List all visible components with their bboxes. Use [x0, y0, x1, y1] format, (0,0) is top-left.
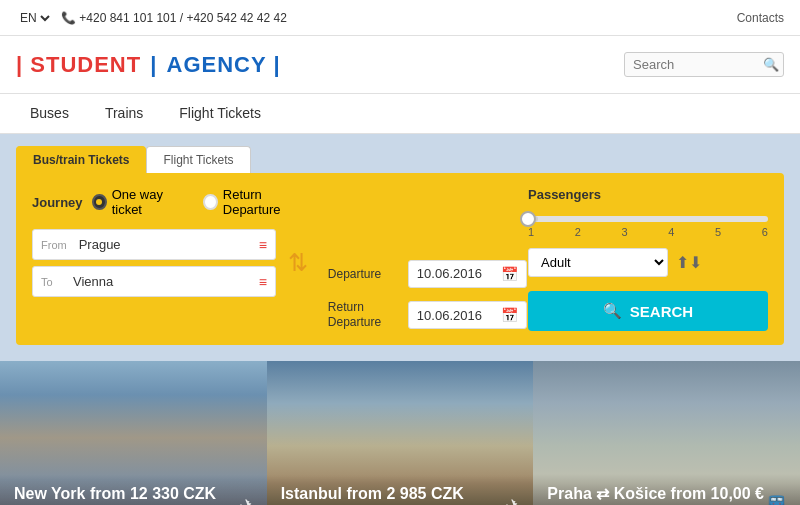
- card-praha[interactable]: Praha ⇄ Košice from 10,00 € Enjoy comfor…: [533, 361, 800, 505]
- radio-one-way[interactable]: One way ticket: [92, 187, 187, 217]
- journey-row: Journey One way ticket Return Departure: [32, 187, 312, 217]
- from-input[interactable]: [75, 230, 251, 259]
- search-btn-label: SEARCH: [630, 303, 693, 320]
- swap-icon[interactable]: ⇅: [288, 249, 308, 277]
- header-search-input[interactable]: [633, 57, 763, 72]
- radio-return-label: Return Departure: [223, 187, 312, 217]
- to-prefix: To: [33, 276, 69, 288]
- passenger-type-arrows: ⬆⬇: [676, 253, 702, 272]
- passenger-slider-track: [528, 216, 768, 222]
- header-search-box: 🔍: [624, 52, 784, 77]
- departure-date-input[interactable]: [417, 266, 495, 281]
- departure-date-wrap: 📅: [408, 260, 527, 288]
- nav-buses[interactable]: Buses: [16, 97, 83, 131]
- card-praha-title: Praha ⇄ Košice from 10,00 €: [547, 484, 786, 503]
- language-selector[interactable]: EN CZ SK: [16, 10, 53, 26]
- card-istanbul-overlay: Istanbul from 2 985 CZK Return ticket, i…: [267, 475, 534, 505]
- slider-label-2: 2: [575, 226, 581, 238]
- passenger-type-row: Adult Child Student Senior ⬆⬇: [528, 248, 768, 277]
- radio-one-way-label: One way ticket: [112, 187, 188, 217]
- from-to-fields: From ≡ To ≡: [32, 229, 276, 297]
- phone-number: 📞 +420 841 101 101 / +420 542 42 42 42: [61, 11, 287, 25]
- passenger-slider-thumb[interactable]: [520, 211, 536, 227]
- logo-agency: AGENCY |: [167, 52, 281, 77]
- top-bar-right: Contacts: [737, 11, 784, 25]
- radio-return-circle: [203, 194, 218, 210]
- card-ny-icon: ✈: [239, 495, 257, 505]
- return-calendar-icon[interactable]: 📅: [501, 307, 518, 323]
- main-area: Bus/train Tickets Flight Tickets Journey…: [0, 134, 800, 361]
- slider-label-6: 6: [762, 226, 768, 238]
- form-left: Journey One way ticket Return Departure …: [32, 187, 312, 331]
- from-prefix: From: [33, 239, 75, 251]
- logo: | STUDENT | AGENCY |: [16, 52, 281, 78]
- passengers-area: Passengers 1 2 3 4 5 6 Adult Chi: [528, 187, 768, 331]
- logo-student: | STUDENT: [16, 52, 141, 77]
- radio-group: One way ticket Return Departure: [92, 187, 312, 217]
- slider-label-5: 5: [715, 226, 721, 238]
- departure-row: Departure 📅: [328, 260, 512, 288]
- card-new-york[interactable]: New York from 12 330 CZK Return ticket, …: [0, 361, 267, 505]
- return-date-input[interactable]: [417, 308, 495, 323]
- tabs: Bus/train Tickets Flight Tickets: [16, 146, 784, 173]
- tab-bus-train[interactable]: Bus/train Tickets: [16, 146, 146, 173]
- departure-label: Departure: [328, 267, 400, 281]
- card-ny-title: New York from 12 330 CZK: [14, 485, 253, 503]
- to-input[interactable]: [69, 267, 251, 296]
- slider-label-3: 3: [622, 226, 628, 238]
- card-istanbul[interactable]: Istanbul from 2 985 CZK Return ticket, i…: [267, 361, 534, 505]
- nav-trains[interactable]: Trains: [91, 97, 157, 131]
- to-menu-icon[interactable]: ≡: [251, 274, 275, 290]
- nav-flight-tickets[interactable]: Flight Tickets: [165, 97, 275, 131]
- departure-calendar-icon[interactable]: 📅: [501, 266, 518, 282]
- search-btn-icon: 🔍: [603, 302, 622, 320]
- main-nav: Buses Trains Flight Tickets: [0, 94, 800, 134]
- card-istanbul-title: Istanbul from 2 985 CZK: [281, 485, 520, 503]
- from-menu-icon[interactable]: ≡: [251, 237, 275, 253]
- search-button[interactable]: 🔍 SEARCH: [528, 291, 768, 331]
- radio-one-way-circle: [92, 194, 107, 210]
- to-input-row: To ≡: [32, 266, 276, 297]
- slider-label-1: 1: [528, 226, 534, 238]
- city-cards: New York from 12 330 CZK Return ticket, …: [0, 361, 800, 505]
- from-to-area: From ≡ To ≡ ⇅: [32, 229, 312, 297]
- slider-labels: 1 2 3 4 5 6: [528, 226, 768, 238]
- passengers-title: Passengers: [528, 187, 768, 202]
- card-praha-icon: 🚆: [763, 495, 790, 505]
- passenger-slider-wrap: 1 2 3 4 5 6: [528, 212, 768, 238]
- search-icon: 🔍: [763, 57, 779, 72]
- top-bar-left: EN CZ SK 📞 +420 841 101 101 / +420 542 4…: [16, 10, 287, 26]
- journey-label: Journey: [32, 195, 80, 210]
- return-row: ReturnDeparture 📅: [328, 300, 512, 331]
- return-label: ReturnDeparture: [328, 300, 400, 331]
- contacts-link[interactable]: Contacts: [737, 11, 784, 25]
- card-praha-overlay: Praha ⇄ Košice from 10,00 € Enjoy comfor…: [533, 474, 800, 505]
- card-ny-overlay: New York from 12 330 CZK Return ticket, …: [0, 475, 267, 505]
- return-date-wrap: 📅: [408, 301, 527, 329]
- slider-label-4: 4: [668, 226, 674, 238]
- top-bar: EN CZ SK 📞 +420 841 101 101 / +420 542 4…: [0, 0, 800, 36]
- tab-flight[interactable]: Flight Tickets: [146, 146, 250, 173]
- header: | STUDENT | AGENCY | 🔍: [0, 36, 800, 94]
- search-form: Journey One way ticket Return Departure …: [16, 173, 784, 345]
- radio-return[interactable]: Return Departure: [203, 187, 312, 217]
- date-area: Departure 📅 ReturnDeparture 📅: [328, 187, 512, 331]
- logo-pipe: |: [150, 52, 164, 77]
- passenger-type-select[interactable]: Adult Child Student Senior: [528, 248, 668, 277]
- card-istanbul-icon: ✈: [505, 495, 523, 505]
- from-input-row: From ≡: [32, 229, 276, 260]
